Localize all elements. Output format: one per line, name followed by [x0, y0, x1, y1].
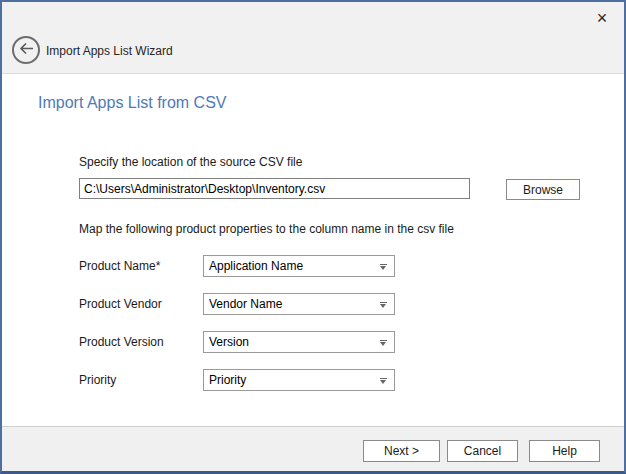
- product-vendor-label: Product Vendor: [79, 297, 162, 311]
- wizard-footer: Next > Cancel Help: [2, 426, 624, 471]
- priority-label: Priority: [79, 373, 116, 387]
- browse-button[interactable]: Browse: [506, 179, 580, 200]
- chevron-down-icon: [379, 377, 388, 384]
- cancel-button[interactable]: Cancel: [447, 440, 518, 462]
- product-name-combobox[interactable]: Application Name: [203, 255, 395, 277]
- product-vendor-combobox[interactable]: Vendor Name: [203, 293, 395, 315]
- combobox-value: Vendor Name: [209, 297, 379, 311]
- chevron-down-icon: [379, 301, 388, 308]
- combobox-value: Application Name: [209, 259, 379, 273]
- back-button[interactable]: [12, 36, 40, 64]
- combobox-value: Version: [209, 335, 379, 349]
- wizard-header: × Import Apps List Wizard: [2, 2, 624, 74]
- mapping-instructions-label: Map the following product properties to …: [79, 222, 454, 236]
- product-version-label: Product Version: [79, 335, 164, 349]
- source-file-label: Specify the location of the source CSV f…: [79, 155, 302, 169]
- csv-path-input[interactable]: [79, 178, 470, 199]
- product-name-label: Product Name*: [79, 259, 160, 273]
- chevron-down-icon: [379, 339, 388, 346]
- back-arrow-icon: [18, 42, 35, 58]
- chevron-down-icon: [379, 263, 388, 270]
- import-apps-wizard-dialog: × Import Apps List Wizard Import Apps Li…: [0, 0, 626, 474]
- wizard-title: Import Apps List Wizard: [46, 44, 173, 58]
- next-button[interactable]: Next >: [363, 440, 440, 462]
- page-title: Import Apps List from CSV: [38, 94, 227, 112]
- product-version-combobox[interactable]: Version: [203, 331, 395, 353]
- help-button[interactable]: Help: [529, 440, 600, 462]
- combobox-value: Priority: [209, 373, 379, 387]
- close-icon[interactable]: ×: [590, 6, 614, 30]
- priority-combobox[interactable]: Priority: [203, 369, 395, 391]
